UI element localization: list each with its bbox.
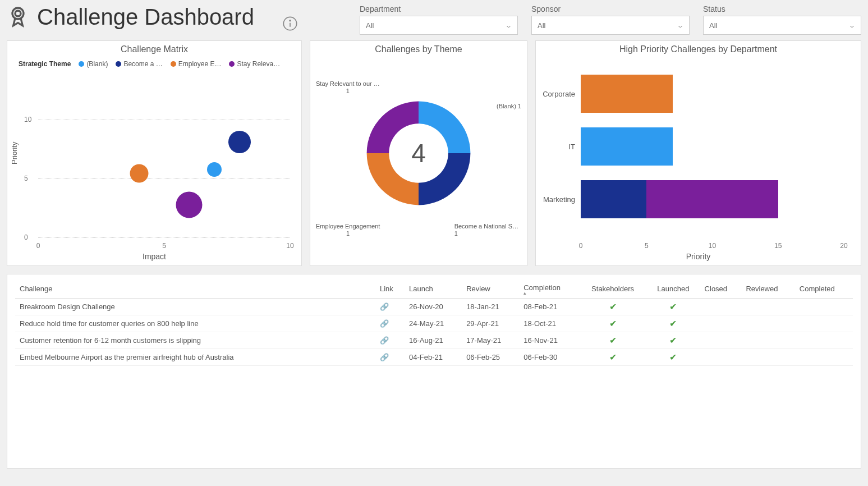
donut-title: Challenges by Theme	[310, 41, 527, 58]
col-completion[interactable]: Completion▴	[519, 280, 579, 298]
col-challenge[interactable]: Challenge	[15, 280, 375, 298]
col-stakeholders[interactable]: Stakeholders	[579, 280, 646, 298]
cell-stakeholders: ✔	[579, 298, 646, 315]
hbar-segment[interactable]	[581, 180, 646, 218]
cell-launch: 04-Feb-21	[405, 349, 462, 365]
scatter-plot-area: 05100510	[38, 120, 290, 237]
status-dropdown[interactable]: All ⌄	[703, 16, 861, 35]
donut-label-become: Become a National S…1	[454, 223, 518, 237]
chevron-down-icon: ⌄	[677, 22, 684, 29]
challenge-table: Challenge Link Launch Review Completion▴…	[7, 274, 861, 469]
filter-department-label: Department	[360, 4, 518, 13]
hbar-plot-area: 05101520CorporateITMarketing	[581, 75, 844, 237]
department-dropdown[interactable]: All ⌄	[360, 16, 518, 35]
page-title: Challenge Dashboard	[37, 4, 254, 30]
filter-status: Status All ⌄	[703, 4, 861, 35]
challenges-by-theme-chart[interactable]: Challenges by Theme 4 (Blank) 1 Become a…	[310, 40, 527, 266]
info-icon[interactable]	[282, 16, 298, 33]
hbar-title: High Priority Challenges by Department	[536, 41, 861, 58]
cell-review: 18-Jan-21	[462, 298, 519, 315]
hbar-category-label: Marketing	[543, 195, 575, 204]
cell-challenge: Embed Melbourne Airport as the premier a…	[15, 349, 375, 365]
scatter-legend: Strategic Theme (Blank)Become a …Employe…	[19, 60, 296, 68]
hbar-x-label: Priority	[686, 252, 711, 261]
cell-launched: ✔	[646, 298, 700, 315]
col-review[interactable]: Review	[462, 280, 519, 298]
table-row[interactable]: Customer retention for 6-12 month custom…	[15, 332, 853, 349]
scatter-title: Challenge Matrix	[7, 41, 301, 58]
legend-item[interactable]: Employee E…	[171, 60, 222, 68]
donut-label-stay: Stay Relevant to our …1	[316, 80, 380, 95]
filter-department: Department All ⌄	[360, 4, 518, 35]
table-header-row: Challenge Link Launch Review Completion▴…	[15, 280, 853, 298]
cell-review: 29-Apr-21	[462, 315, 519, 332]
svg-point-1	[15, 11, 21, 16]
svg-point-0	[12, 8, 24, 19]
filter-sponsor-label: Sponsor	[531, 4, 690, 13]
cell-challenge: Customer retention for 6-12 month custom…	[15, 332, 375, 349]
sponsor-dropdown[interactable]: All ⌄	[531, 16, 690, 35]
cell-completion: 18-Oct-21	[519, 315, 579, 332]
cell-launch: 26-Nov-20	[405, 298, 462, 315]
cell-completion: 06-Feb-30	[519, 349, 579, 365]
scatter-y-label: Priority	[10, 142, 19, 164]
cell-launched: ✔	[646, 349, 700, 365]
legend-item[interactable]: Become a …	[116, 60, 162, 68]
cell-stakeholders: ✔	[579, 332, 646, 349]
hbar-segment[interactable]	[581, 127, 673, 166]
challenge-matrix-chart[interactable]: Challenge Matrix Strategic Theme (Blank)…	[7, 40, 302, 266]
cell-challenge: Reduce hold time for customer queries on…	[15, 315, 375, 332]
cell-review: 06-Feb-25	[462, 349, 519, 365]
svg-point-4	[290, 20, 291, 21]
link-icon[interactable]: 🔗	[375, 349, 405, 365]
scatter-point[interactable]	[228, 131, 251, 153]
cell-review: 17-May-21	[462, 332, 519, 349]
cell-stakeholders: ✔	[579, 349, 646, 365]
col-launch[interactable]: Launch	[405, 280, 462, 298]
legend-title: Strategic Theme	[19, 60, 71, 68]
legend-item[interactable]: (Blank)	[79, 60, 108, 68]
table-row[interactable]: Reduce hold time for customer queries on…	[15, 315, 853, 332]
legend-item[interactable]: Stay Releva…	[229, 60, 280, 68]
scatter-point[interactable]	[130, 164, 148, 183]
filter-sponsor: Sponsor All ⌄	[531, 4, 690, 35]
col-link[interactable]: Link	[375, 280, 405, 298]
status-value: All	[709, 21, 717, 30]
link-icon[interactable]: 🔗	[375, 315, 405, 332]
donut-center-value: 4	[411, 138, 426, 168]
col-completed[interactable]: Completed	[795, 280, 853, 298]
hbar-category-label: IT	[568, 143, 575, 151]
hbar-segment[interactable]	[581, 75, 673, 113]
cell-completion: 16-Nov-21	[519, 332, 579, 349]
cell-launch: 24-May-21	[405, 315, 462, 332]
sort-asc-icon: ▴	[523, 292, 575, 295]
ribbon-icon	[7, 5, 29, 29]
scatter-point[interactable]	[176, 192, 203, 218]
cell-completion: 08-Feb-21	[519, 298, 579, 315]
sponsor-value: All	[538, 21, 545, 30]
chevron-down-icon: ⌄	[505, 22, 512, 29]
cell-challenge: Breakroom Design Challenge	[15, 298, 375, 315]
col-launched[interactable]: Launched	[646, 280, 700, 298]
department-value: All	[366, 21, 374, 30]
col-reviewed[interactable]: Reviewed	[741, 280, 794, 298]
donut-label-blank: (Blank) 1	[497, 103, 521, 110]
filter-status-label: Status	[703, 4, 861, 13]
cell-launched: ✔	[646, 315, 700, 332]
hbar-category-label: Corporate	[543, 90, 575, 98]
chevron-down-icon: ⌄	[848, 22, 856, 29]
cell-launch: 16-Aug-21	[405, 332, 462, 349]
header: Challenge Dashboard Department All ⌄ Spo…	[7, 4, 861, 35]
col-closed[interactable]: Closed	[700, 280, 742, 298]
donut-label-employee: Employee Engagement1	[316, 223, 380, 237]
table-row[interactable]: Embed Melbourne Airport as the premier a…	[15, 349, 853, 365]
link-icon[interactable]: 🔗	[375, 298, 405, 315]
cell-stakeholders: ✔	[579, 315, 646, 332]
hbar-segment[interactable]	[646, 180, 778, 218]
high-priority-by-department-chart[interactable]: High Priority Challenges by Department 0…	[535, 40, 861, 266]
link-icon[interactable]: 🔗	[375, 332, 405, 349]
scatter-x-label: Impact	[143, 252, 166, 261]
table-row[interactable]: Breakroom Design Challenge 🔗 26-Nov-20 1…	[15, 298, 853, 315]
scatter-point[interactable]	[207, 162, 222, 177]
cell-launched: ✔	[646, 332, 700, 349]
